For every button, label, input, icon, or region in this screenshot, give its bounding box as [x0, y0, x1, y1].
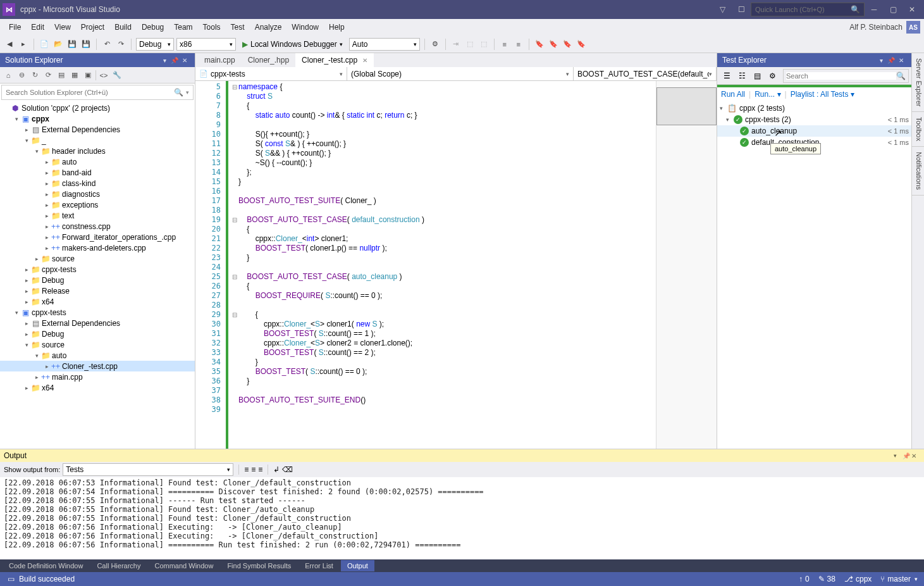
bookmark-icon[interactable]: 🔖	[534, 38, 545, 51]
nav-fwd-icon[interactable]: ▸	[18, 38, 29, 51]
save-icon[interactable]: 💾	[66, 38, 78, 51]
close-icon[interactable]: ✕	[911, 452, 920, 459]
tree-item[interactable]: ▸▤External Dependencies	[0, 318, 195, 328]
rail-tab[interactable]: Toolbox	[912, 112, 924, 147]
tree-item[interactable]: ▸📁x64	[0, 382, 195, 393]
test-item[interactable]: ✓auto_cleanup< 1 ms	[717, 125, 911, 137]
user-avatar[interactable]: AS	[906, 21, 920, 34]
branch-status[interactable]: ⑂master▾	[880, 575, 918, 583]
solution-search-input[interactable]	[6, 89, 174, 96]
menu-test[interactable]: Test	[226, 20, 250, 34]
menu-project[interactable]: Project	[76, 20, 109, 34]
bottom-tab[interactable]: Output	[341, 560, 374, 571]
editor-tab[interactable]: Cloner_-test.cpp✕	[295, 53, 374, 67]
preview-icon[interactable]: ▣	[82, 70, 94, 81]
test-root[interactable]: ▾📋cppx (2 tests)	[717, 103, 911, 114]
run-all-link[interactable]: Run All	[721, 90, 745, 99]
tree-item[interactable]: ▸📁Debug	[0, 275, 195, 285]
collapse-icon[interactable]: ⊖	[16, 70, 27, 81]
refresh-icon[interactable]: ⟳	[42, 70, 54, 81]
tree-item[interactable]: ▸📁diagnostics	[0, 189, 195, 199]
save-all-icon[interactable]: 💾	[80, 38, 92, 51]
quick-launch[interactable]: 🔍	[751, 3, 865, 16]
sync-icon[interactable]: ↻	[29, 70, 40, 81]
dropdown-icon[interactable]: ▾	[876, 57, 886, 64]
indent-icon[interactable]: ≡	[513, 38, 524, 51]
editor-tab[interactable]: Cloner_.hpp	[242, 53, 295, 67]
menu-edit[interactable]: Edit	[26, 20, 49, 34]
wrap-icon[interactable]: ↲	[273, 465, 280, 474]
maximize-button[interactable]: ▢	[884, 3, 902, 16]
menu-file[interactable]: File	[4, 20, 26, 34]
bookmark-clear-icon[interactable]: 🔖	[576, 38, 587, 51]
wrench-icon[interactable]: 🔧	[111, 70, 123, 81]
test-search-input[interactable]	[786, 72, 896, 80]
list-view-icon[interactable]: ☰	[720, 69, 734, 83]
properties-icon[interactable]: ▦	[69, 70, 80, 81]
tree-item[interactable]: ▸📁exceptions	[0, 199, 195, 210]
tree-item[interactable]: ▸📁auto	[0, 156, 195, 167]
auto-dropdown[interactable]: Auto▾	[349, 38, 420, 51]
menu-build[interactable]: Build	[109, 20, 137, 34]
undo-icon[interactable]: ↶	[101, 38, 113, 51]
tree-item[interactable]: ▸📁class-kind	[0, 178, 195, 189]
home-icon[interactable]: ⌂	[3, 70, 14, 81]
nav-member-dropdown[interactable]: BOOST_AUTO_TEST_CASE(default_constr▾	[574, 67, 717, 80]
toggle-icon[interactable]: ≡	[251, 465, 256, 474]
close-icon[interactable]: ✕	[180, 57, 190, 64]
step-icon[interactable]: ⇥	[450, 38, 462, 51]
test-search[interactable]: 🔍	[783, 69, 909, 83]
bottom-tab[interactable]: Code Definition Window	[3, 560, 89, 571]
rail-tab[interactable]: Server Explorer	[912, 53, 924, 112]
close-button[interactable]: ✕	[902, 3, 921, 16]
menu-tools[interactable]: Tools	[198, 20, 226, 34]
nav-project-dropdown[interactable]: 📄 cppx-tests▾	[195, 67, 347, 80]
output-text[interactable]: [22.09.2018 06:07:53 Informational] Foun…	[0, 477, 924, 559]
solution-tree[interactable]: ⬢Solution 'cppx' (2 projects)▾▣cppx▸▤Ext…	[0, 101, 195, 449]
tree-item[interactable]: ▸📁Debug	[0, 328, 195, 339]
bottom-tab[interactable]: Command Window	[148, 560, 219, 571]
minimap-viewport[interactable]	[656, 87, 717, 125]
menu-help[interactable]: Help	[324, 20, 350, 34]
tree-item[interactable]: ▸📁text	[0, 210, 195, 221]
tree-item[interactable]: ▸📁Release	[0, 285, 195, 296]
bookmark-next-icon[interactable]: 🔖	[562, 38, 573, 51]
new-project-icon[interactable]: 📄	[39, 38, 50, 51]
test-tree[interactable]: ▾📋cppx (2 tests) ▾✓cppx-tests (2)< 1 ms …	[717, 101, 911, 449]
open-icon[interactable]: 📂	[52, 38, 64, 51]
bottom-tab[interactable]: Find Symbol Results	[221, 560, 297, 571]
settings-icon[interactable]: ⚙	[765, 69, 779, 83]
menu-analyze[interactable]: Analyze	[250, 20, 287, 34]
tree-item[interactable]: ▸++main.cpp	[0, 371, 195, 382]
solution-search[interactable]: 🔍 ▾	[1, 85, 194, 100]
pin-icon[interactable]: 📌	[169, 57, 180, 64]
hierarchy-view-icon[interactable]: ☷	[735, 69, 749, 83]
close-icon[interactable]: ✕	[896, 57, 906, 64]
bottom-tab[interactable]: Error List	[299, 560, 340, 571]
dropdown-icon[interactable]: ▾	[894, 452, 902, 459]
tree-item[interactable]: ▾📁_	[0, 135, 195, 146]
pin-icon[interactable]: 📌	[886, 57, 896, 64]
close-icon[interactable]: ✕	[362, 57, 367, 64]
rail-tab[interactable]: Notifications	[912, 147, 924, 196]
playlist-link[interactable]: Playlist : All Tests ▾	[791, 90, 854, 99]
tree-item[interactable]: ▸📁source	[0, 253, 195, 264]
tree-item[interactable]: ▸📁band-aid	[0, 167, 195, 178]
code-icon[interactable]: <>	[98, 70, 109, 81]
line-gutter[interactable]: 5678910111213141516171819202122232425262…	[195, 81, 228, 449]
minimap[interactable]	[656, 81, 717, 449]
tree-item[interactable]: ▾📁auto	[0, 350, 195, 361]
tree-item[interactable]: ⬢Solution 'cppx' (2 projects)	[0, 103, 195, 113]
tree-item[interactable]: ▸▤External Dependencies	[0, 124, 195, 135]
test-suite[interactable]: ▾✓cppx-tests (2)< 1 ms	[717, 114, 911, 125]
pin-icon[interactable]: 📌	[902, 452, 911, 459]
tool-icon[interactable]: ⚙	[429, 38, 441, 51]
toggle-icon[interactable]: ≡	[258, 465, 262, 474]
menu-window[interactable]: Window	[286, 20, 324, 34]
nav-back-icon[interactable]: ◀	[4, 38, 15, 51]
tree-item[interactable]: ▾▣cppx-tests	[0, 307, 195, 318]
outdent-icon[interactable]: ≡	[499, 38, 510, 51]
platform-dropdown[interactable]: x86▾	[176, 38, 236, 51]
user-name[interactable]: Alf P. Steinbach	[849, 23, 902, 32]
editor-tab[interactable]: main.cpp	[198, 53, 242, 67]
